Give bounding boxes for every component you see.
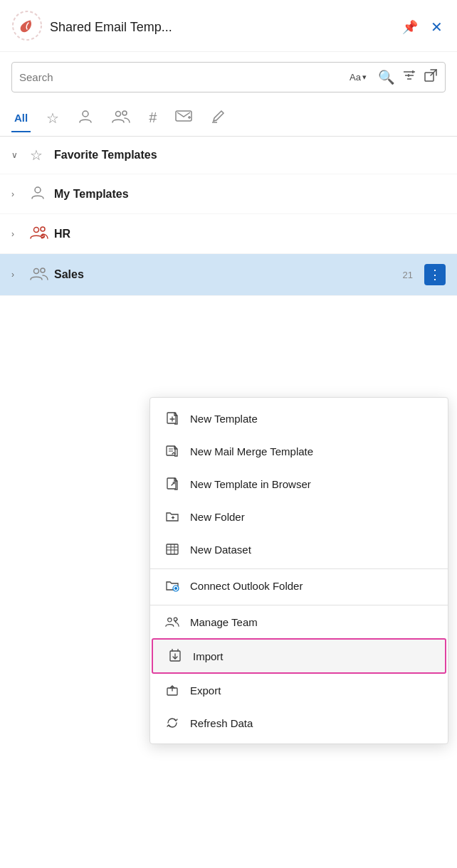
sales-icon (30, 265, 47, 285)
chevron-favorites: ∨ (11, 150, 23, 160)
new-template-label: New Template (190, 413, 258, 425)
tree-list: ∨ ☆ Favorite Templates › My Templates › … (0, 137, 457, 296)
app-logo (11, 10, 43, 44)
sales-label: Sales (54, 268, 396, 281)
search-icons-group: 🔍 (378, 68, 438, 86)
menu-item-new-template-browser[interactable]: New Template in Browser (150, 467, 448, 500)
svg-point-21 (41, 268, 45, 272)
manage-team-label: Manage Team (190, 616, 258, 628)
import-label: Import (193, 650, 224, 662)
svg-point-20 (34, 268, 39, 273)
favorites-label: Favorite Templates (54, 149, 446, 162)
new-template-browser-icon (164, 476, 180, 492)
new-mail-merge-label: New Mail Merge Template (190, 445, 313, 457)
import-icon (167, 648, 183, 664)
svg-point-18 (41, 227, 45, 231)
menu-item-new-mail-merge[interactable]: New Mail Merge Template (150, 435, 448, 467)
new-mail-merge-icon (164, 443, 180, 459)
pin-icon[interactable]: 📌 (399, 16, 421, 38)
tab-team[interactable] (109, 104, 133, 136)
tab-all[interactable]: All (11, 107, 31, 132)
new-folder-icon (164, 509, 180, 524)
export-icon (164, 682, 180, 698)
external-link-icon[interactable] (424, 68, 438, 86)
menu-item-new-template[interactable]: New Template (150, 402, 448, 435)
svg-point-38 (168, 618, 172, 622)
hr-icon (30, 224, 47, 243)
tree-row-my-templates[interactable]: › My Templates (0, 174, 457, 214)
my-templates-label: My Templates (54, 188, 446, 201)
new-dataset-icon (164, 541, 180, 557)
context-menu: New Template New Mail Merge Template (149, 397, 448, 744)
search-magnifier-icon[interactable]: 🔍 (378, 69, 395, 85)
tree-row-favorites[interactable]: ∨ ☆ Favorite Templates (0, 137, 457, 174)
favorites-icon: ☆ (30, 147, 47, 164)
tree-row-sales[interactable]: › Sales 21 ⋮ (0, 254, 457, 296)
menu-item-refresh-data[interactable]: Refresh Data (150, 706, 448, 739)
tab-edit[interactable] (208, 104, 229, 136)
app-title: Shared Email Temp... (50, 20, 392, 35)
svg-point-16 (35, 187, 41, 193)
refresh-data-icon (164, 715, 180, 731)
sales-more-button[interactable]: ⋮ (424, 264, 446, 285)
search-aa-toggle[interactable]: Aa ▾ (350, 72, 367, 83)
refresh-data-label: Refresh Data (190, 717, 253, 729)
new-dataset-label: New Dataset (190, 544, 251, 556)
sales-badge: 21 (403, 270, 413, 280)
svg-point-9 (116, 112, 121, 117)
export-label: Export (190, 684, 221, 697)
search-input[interactable] (19, 71, 344, 83)
tab-bar: All ☆ # (0, 100, 457, 137)
connect-outlook-label: Connect Outlook Folder (190, 580, 303, 592)
svg-rect-31 (167, 544, 178, 554)
chevron-my-templates: › (11, 189, 23, 199)
menu-item-new-dataset[interactable]: New Dataset (150, 533, 448, 566)
tab-hash[interactable]: # (146, 105, 159, 134)
filter-icon[interactable] (402, 68, 416, 86)
header: Shared Email Temp... 📌 ✕ (0, 0, 457, 52)
svg-point-37 (174, 587, 177, 590)
chevron-sales: › (11, 270, 23, 280)
search-bar: Aa ▾ 🔍 (11, 62, 446, 92)
menu-item-new-folder[interactable]: New Folder (150, 500, 448, 533)
svg-point-8 (83, 111, 88, 117)
menu-item-connect-outlook[interactable]: Connect Outlook Folder (150, 568, 448, 602)
close-icon[interactable]: ✕ (428, 16, 446, 38)
hr-label: HR (54, 228, 446, 240)
new-template-icon (164, 411, 180, 426)
svg-point-10 (122, 111, 127, 115)
tab-mail[interactable] (172, 105, 195, 135)
my-templates-icon (30, 184, 47, 203)
chevron-hr: › (11, 229, 23, 239)
tab-favorites[interactable]: ☆ (43, 105, 62, 135)
tree-row-hr[interactable]: › HR (0, 214, 457, 254)
connect-outlook-icon (164, 578, 180, 593)
tab-personal[interactable] (75, 104, 96, 136)
svg-point-17 (34, 228, 39, 233)
menu-item-import[interactable]: Import (152, 638, 446, 674)
new-template-browser-label: New Template in Browser (190, 478, 311, 490)
menu-item-export[interactable]: Export (150, 674, 448, 706)
new-folder-label: New Folder (190, 511, 245, 523)
manage-team-icon (164, 614, 180, 630)
menu-item-manage-team[interactable]: Manage Team (150, 605, 448, 638)
